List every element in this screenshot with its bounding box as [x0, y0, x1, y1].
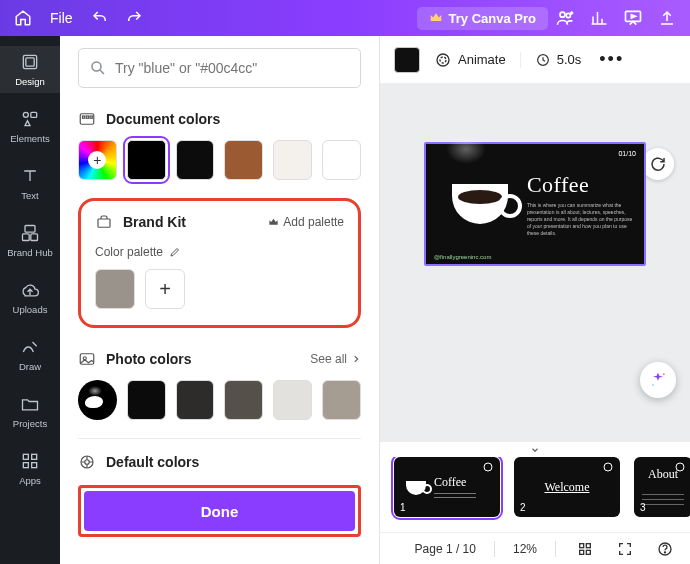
rail-apps[interactable]: Apps [0, 445, 60, 492]
svg-rect-13 [32, 463, 37, 468]
status-bar: Page 1 / 10 12% [380, 532, 690, 564]
page-thumbnail[interactable]: Coffee 1 [394, 457, 500, 517]
slide-footer: @finallygreeninc.com [434, 254, 491, 260]
rail-design[interactable]: Design [0, 46, 60, 93]
rail-elements[interactable]: Elements [0, 103, 60, 150]
collapse-strip-button[interactable] [380, 443, 690, 457]
slide-page-badge: 01/10 [618, 150, 636, 157]
svg-rect-10 [23, 454, 28, 459]
slide-description: This is where you can summarize what the… [527, 202, 636, 237]
page-thumbnail[interactable]: Welcome 2 [514, 457, 620, 517]
done-button[interactable]: Done [84, 491, 355, 531]
page-indicator[interactable]: Page 1 / 10 [415, 542, 476, 556]
thumb-title: About [648, 467, 678, 482]
brand-kit-section: Brand Kit Add palette Color palette + [78, 198, 361, 328]
app-root: File Try Canva Pro [0, 0, 690, 564]
see-all-button[interactable]: See all [310, 352, 361, 366]
photo-color-swatch[interactable] [176, 380, 215, 420]
add-new-color[interactable]: + [78, 140, 117, 180]
animate-button[interactable]: Animate [434, 51, 506, 69]
search-input[interactable] [115, 60, 350, 76]
more-options-button[interactable]: ••• [599, 49, 624, 70]
section-title: Brand Kit [123, 214, 186, 230]
photo-color-swatch[interactable] [127, 380, 166, 420]
left-rail: Design Elements Text Brand Hub Uploads D… [0, 36, 60, 564]
svg-rect-12 [23, 463, 28, 468]
svg-point-14 [92, 62, 101, 71]
svg-rect-6 [31, 112, 37, 117]
svg-rect-18 [90, 116, 92, 118]
brand-color-swatch[interactable] [95, 269, 135, 309]
rail-label: Apps [19, 475, 41, 486]
home-button[interactable] [6, 4, 40, 32]
image-icon [78, 350, 96, 368]
present-button[interactable] [616, 4, 650, 32]
divider [78, 438, 361, 439]
collaborators-button[interactable] [548, 4, 582, 32]
duration-button[interactable]: 5.0s [520, 52, 582, 68]
photo-color-swatch[interactable] [273, 380, 312, 420]
add-brand-color[interactable]: + [145, 269, 185, 309]
color-palette-label: Color palette [95, 245, 163, 259]
plus-icon: + [159, 278, 171, 301]
help-button[interactable] [654, 538, 676, 560]
default-colors-section: Default colors [78, 453, 361, 471]
rail-brand-hub[interactable]: Brand Hub [0, 217, 60, 264]
file-menu[interactable]: File [40, 4, 83, 32]
edit-icon[interactable] [169, 246, 181, 258]
brand-kit-icon [95, 213, 113, 231]
done-highlight: Done [78, 485, 361, 537]
photo-color-swatch[interactable] [322, 380, 361, 420]
rail-label: Draw [19, 361, 41, 372]
rail-uploads[interactable]: Uploads [0, 274, 60, 321]
thumbnail-row[interactable]: Coffee 1 Welcome 2 About 3 [380, 457, 690, 532]
photo-color-swatch[interactable] [224, 380, 263, 420]
redo-button[interactable] [117, 4, 151, 32]
svg-point-1 [566, 13, 570, 17]
rail-draw[interactable]: Draw [0, 331, 60, 378]
section-title: Document colors [106, 111, 220, 127]
share-button[interactable] [650, 4, 684, 32]
photo-thumbnail[interactable] [78, 380, 117, 420]
animate-icon [434, 51, 452, 69]
photo-colors-section: Photo colors See all [78, 350, 361, 420]
refresh-button[interactable] [642, 148, 674, 180]
try-pro-label: Try Canva Pro [449, 11, 536, 26]
svg-point-25 [440, 57, 446, 63]
svg-point-0 [560, 12, 565, 17]
animate-badge-icon [482, 461, 494, 473]
rail-projects[interactable]: Projects [0, 388, 60, 435]
color-panel: Document colors + Brand Kit [60, 36, 380, 564]
rail-label: Design [15, 76, 45, 87]
page-thumbnail[interactable]: About 3 [634, 457, 690, 517]
duration-label: 5.0s [557, 52, 582, 67]
rail-label: Uploads [13, 304, 48, 315]
fullscreen-button[interactable] [614, 538, 636, 560]
body: Design Elements Text Brand Hub Uploads D… [0, 36, 690, 564]
color-search[interactable] [78, 48, 361, 88]
background-color-button[interactable] [394, 47, 420, 73]
add-palette-button[interactable]: Add palette [268, 215, 344, 229]
try-pro-button[interactable]: Try Canva Pro [417, 7, 548, 30]
section-title: Default colors [106, 454, 199, 470]
slide-image [434, 152, 527, 256]
canvas-stage[interactable]: 01/10 Coffee This is where you can summa… [380, 84, 690, 442]
grid-view-button[interactable] [574, 538, 596, 560]
doc-color-swatch[interactable] [273, 140, 312, 180]
analytics-button[interactable] [582, 4, 616, 32]
canvas-area: Animate 5.0s ••• 01/10 Coffee This [380, 36, 690, 564]
svg-rect-32 [580, 543, 584, 547]
doc-color-swatch[interactable] [224, 140, 263, 180]
zoom-indicator[interactable]: 12% [513, 542, 537, 556]
slide-preview[interactable]: 01/10 Coffee This is where you can summa… [424, 142, 646, 266]
rail-text[interactable]: Text [0, 160, 60, 207]
svg-point-27 [663, 373, 665, 375]
animate-badge-icon [602, 461, 614, 473]
svg-rect-34 [580, 550, 584, 554]
doc-color-swatch[interactable] [176, 140, 215, 180]
undo-button[interactable] [83, 4, 117, 32]
magic-button[interactable] [640, 362, 676, 398]
doc-color-swatch[interactable] [127, 140, 166, 180]
rail-label: Projects [13, 418, 47, 429]
doc-color-swatch[interactable] [322, 140, 361, 180]
